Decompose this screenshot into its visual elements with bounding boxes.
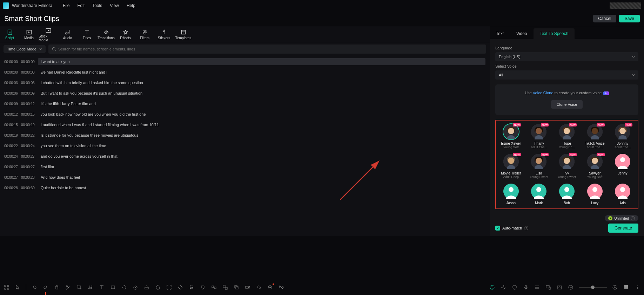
voice-card-jenny[interactable]: Jenny bbox=[610, 154, 636, 179]
unlimited-chip[interactable]: ✦ Unlimited ? bbox=[605, 215, 638, 221]
menu-view[interactable]: View bbox=[110, 3, 119, 8]
script-row[interactable]: 00:00:2200:00:24you see them on televisi… bbox=[4, 140, 486, 151]
script-row[interactable]: 00:00:0000:00:03we had Daniel Radcliffe … bbox=[4, 67, 486, 77]
voice-card-aria[interactable]: Aria bbox=[610, 184, 636, 205]
voice-card-movie-trailer[interactable]: NEWMovie TrailerAdult Deep bbox=[498, 154, 524, 179]
voice-card-mark[interactable]: Mark bbox=[526, 184, 552, 205]
script-row[interactable]: 00:00:0000:00:00I want to ask you bbox=[4, 56, 486, 67]
save-button[interactable]: Save bbox=[619, 15, 640, 22]
generate-button[interactable]: Generate bbox=[608, 224, 638, 233]
script-row[interactable]: 00:00:2700:00:27first film bbox=[4, 162, 486, 172]
chevron-down-icon bbox=[632, 74, 635, 76]
script-row[interactable]: 00:00:0300:00:06I chatted with him brief… bbox=[4, 77, 486, 88]
unlink-icon[interactable] bbox=[278, 284, 284, 290]
zoom-in-icon[interactable] bbox=[612, 284, 618, 290]
record-icon[interactable] bbox=[244, 284, 251, 290]
help-icon[interactable]: ? bbox=[631, 216, 635, 220]
settings-icon[interactable] bbox=[500, 284, 507, 290]
tool-titles[interactable]: Titles bbox=[77, 29, 96, 40]
tool-stock-media[interactable]: Stock Media bbox=[39, 27, 58, 42]
tab-video[interactable]: Video bbox=[510, 28, 533, 39]
adjust-icon[interactable] bbox=[188, 284, 195, 290]
script-row[interactable]: 00:00:1500:00:19I auditioned when I was … bbox=[4, 119, 486, 130]
text-tool-icon[interactable] bbox=[99, 284, 105, 290]
rotate-icon[interactable] bbox=[121, 284, 127, 290]
shield-icon[interactable] bbox=[511, 284, 518, 290]
script-row[interactable]: 00:00:1900:00:22Is it strange for you be… bbox=[4, 130, 486, 140]
redo-icon[interactable] bbox=[42, 284, 49, 290]
undo-icon[interactable] bbox=[31, 284, 38, 290]
search-field[interactable] bbox=[48, 44, 486, 54]
speed-icon[interactable] bbox=[132, 284, 139, 290]
delete-icon[interactable] bbox=[54, 284, 60, 290]
list-icon[interactable] bbox=[534, 284, 540, 290]
snapshot-icon[interactable] bbox=[556, 284, 563, 290]
voice-filter-select[interactable]: All bbox=[495, 70, 638, 80]
tracks-icon[interactable] bbox=[623, 284, 629, 290]
tool-transitions[interactable]: Transitions bbox=[96, 29, 116, 40]
tool-stickers[interactable]: Stickers bbox=[154, 29, 174, 40]
auto-match-checkbox[interactable]: ✓ Auto-match ? bbox=[495, 226, 528, 231]
voice-card-sawyer[interactable]: NEWSawyerYoung Soft bbox=[582, 154, 608, 179]
playhead[interactable] bbox=[45, 292, 46, 295]
script-row[interactable]: 00:00:2400:00:27and do you ever come acr… bbox=[4, 151, 486, 162]
more-icon[interactable] bbox=[634, 284, 640, 290]
script-row[interactable]: 00:00:1200:00:15you look back now how ol… bbox=[4, 109, 486, 119]
color-icon[interactable] bbox=[143, 284, 150, 290]
menu-edit[interactable]: Edit bbox=[78, 3, 85, 8]
fit-icon[interactable] bbox=[166, 284, 172, 290]
music-icon[interactable] bbox=[87, 284, 94, 290]
tool-filters[interactable]: Filters bbox=[135, 29, 154, 40]
marker-icon[interactable] bbox=[267, 284, 273, 290]
voice-card-ivy[interactable]: NEWIvyYoung Sweet bbox=[554, 154, 580, 179]
overlay-icon[interactable] bbox=[233, 284, 240, 290]
language-select[interactable]: English (US) bbox=[495, 52, 638, 61]
mic-icon[interactable] bbox=[523, 284, 529, 290]
script-row[interactable]: 00:00:0900:00:12It's the fifth Harry Pot… bbox=[4, 98, 486, 109]
voice-card-esme-xavier[interactable]: NEWEsme XavierYoung Soft bbox=[498, 124, 524, 149]
device-icon[interactable] bbox=[545, 284, 551, 290]
voice-card-lisa[interactable]: NEWLisaYoung Sweet bbox=[526, 154, 552, 179]
clone-voice-button[interactable]: Clone Voice bbox=[551, 100, 583, 109]
menu-tools[interactable]: Tools bbox=[92, 3, 102, 8]
timer-icon[interactable] bbox=[155, 284, 161, 290]
select-tool-icon[interactable] bbox=[4, 284, 10, 290]
voice-card-lucy[interactable]: Lucy bbox=[582, 184, 608, 205]
menu-file[interactable]: File bbox=[63, 3, 69, 8]
zoom-slider[interactable] bbox=[579, 287, 607, 288]
crop-icon[interactable] bbox=[76, 284, 82, 290]
voice-card-johnny[interactable]: NEWJohnnyAdult Ene... bbox=[610, 124, 636, 149]
script-row[interactable]: 00:00:2700:00:28And how does that feel bbox=[4, 172, 486, 183]
help-icon[interactable]: ? bbox=[524, 226, 528, 230]
search-input[interactable] bbox=[56, 47, 483, 51]
script-row[interactable]: 00:00:0600:00:09But I want to ask you be… bbox=[4, 88, 486, 98]
split-icon[interactable] bbox=[65, 284, 71, 290]
link-icon[interactable] bbox=[256, 284, 262, 290]
voice-card-tiktok-voice[interactable]: NEWTikTok VoiceAdult Ene... bbox=[582, 124, 608, 149]
voice-card-jason[interactable]: Jason bbox=[498, 184, 524, 205]
time-start: 00:00:15 bbox=[4, 123, 21, 127]
ai-assist-icon[interactable] bbox=[489, 284, 495, 290]
menu-help[interactable]: Help bbox=[127, 3, 135, 8]
voice-clone-link[interactable]: Voice Clone bbox=[533, 91, 554, 95]
tool-templates[interactable]: Templates bbox=[174, 29, 193, 40]
tab-text-to-speech[interactable]: Text To Speech bbox=[534, 28, 575, 39]
voice-card-hope[interactable]: NEWHopeYoung En... bbox=[554, 124, 580, 149]
tool-media[interactable]: Media bbox=[19, 29, 39, 40]
cancel-button[interactable]: Cancel bbox=[593, 15, 616, 22]
mode-dropdown[interactable]: Time Code Mode bbox=[4, 45, 46, 53]
mask-icon[interactable] bbox=[200, 284, 206, 290]
tool-script[interactable]: Script bbox=[0, 29, 19, 40]
aspect-icon[interactable] bbox=[110, 284, 116, 290]
tool-effects[interactable]: Effects bbox=[116, 29, 135, 40]
pointer-tool-icon[interactable] bbox=[15, 284, 21, 290]
voice-card-bob[interactable]: Bob bbox=[554, 184, 580, 205]
voice-card-tiffany[interactable]: NEWTiffanyAdult Ene... bbox=[526, 124, 552, 149]
script-row[interactable]: 00:00:2800:00:30Quite horrible to be hon… bbox=[4, 183, 486, 193]
zoom-out-icon[interactable] bbox=[568, 284, 574, 290]
tool-audio[interactable]: Audio bbox=[58, 29, 77, 40]
translate-icon[interactable] bbox=[222, 284, 228, 290]
tab-text[interactable]: Text bbox=[490, 28, 510, 39]
group-icon[interactable] bbox=[211, 284, 217, 290]
keyframe-icon[interactable] bbox=[177, 284, 183, 290]
